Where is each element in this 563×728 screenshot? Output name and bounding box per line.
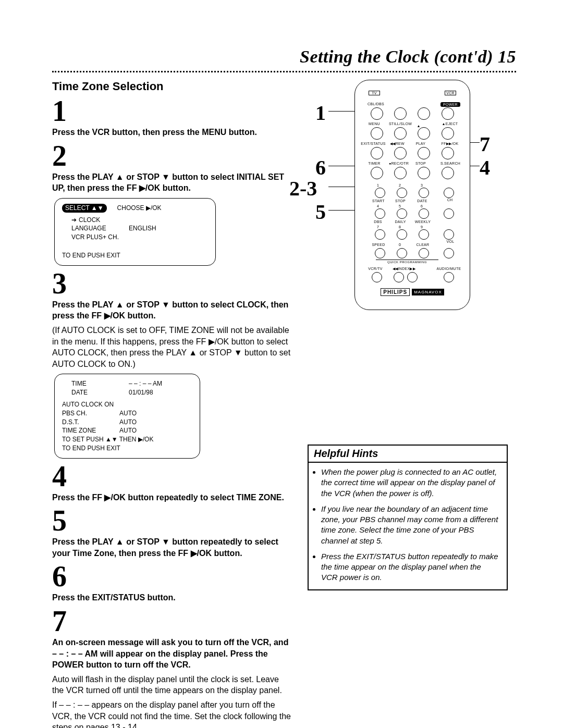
remote-eject-label: ▲EJECT bbox=[440, 122, 459, 126]
osd2-time-v: – – : – – AM bbox=[129, 379, 192, 388]
remote-stop-label: STOP bbox=[413, 162, 428, 165]
remote-button bbox=[418, 127, 430, 140]
remote-num-2 bbox=[397, 188, 407, 198]
osd1-lang-label: LANGUAGE bbox=[71, 224, 129, 233]
remote-tv-label: TV bbox=[369, 91, 380, 95]
remote-num-1 bbox=[375, 188, 385, 198]
remote-n4: 4 bbox=[377, 204, 379, 208]
right-column: 1 7 6 4 2-3 5 TV VCR CBL/DBS bbox=[308, 80, 516, 728]
remote-control: TV VCR CBL/DBS POWER MENU STILL/SLOW ▲ bbox=[354, 80, 470, 310]
remote-power-button bbox=[442, 107, 454, 120]
osd2-dst-l: D.S.T. bbox=[62, 418, 119, 427]
section-title: Time Zone Selection bbox=[52, 80, 292, 93]
remote-n6: 6 bbox=[421, 204, 423, 208]
remote-menu-label: MENU bbox=[366, 122, 382, 126]
remote-vol-label: VOL bbox=[444, 240, 457, 243]
step-7-number: 7 bbox=[52, 607, 292, 636]
remote-audiomute-button bbox=[444, 272, 454, 282]
step-6-number: 6 bbox=[52, 562, 292, 591]
remote-n5: 5 bbox=[399, 204, 401, 208]
osd2-date-v: 01/01/98 bbox=[129, 388, 192, 397]
callout-7: 7 bbox=[480, 132, 490, 156]
left-column: Time Zone Selection 1 Press the VCR butt… bbox=[52, 80, 292, 728]
remote-vcrtv-button bbox=[372, 272, 382, 282]
remote-weekly-label: WEEKLY bbox=[413, 220, 432, 224]
remote-date-label: DATE bbox=[415, 199, 429, 203]
osd2-auto: AUTO CLOCK ON bbox=[62, 400, 192, 409]
remote-speed-button bbox=[375, 248, 385, 258]
remote-clear-button bbox=[419, 248, 429, 258]
step-5-body: Press the PLAY ▲ or STOP ▼ button repeat… bbox=[52, 536, 292, 559]
remote-rew-button bbox=[394, 147, 407, 159]
remote-ch-up bbox=[444, 188, 454, 198]
remote-stopL-label: STOP bbox=[394, 199, 407, 203]
osd2-date-l: DATE bbox=[71, 388, 129, 397]
remote-ch-down bbox=[444, 208, 454, 219]
remote-n8: 8 bbox=[399, 225, 401, 229]
divider bbox=[52, 71, 516, 72]
remote-exit-label: EXIT/STATUS bbox=[360, 142, 386, 145]
remote-still-label: STILL/SLOW bbox=[387, 122, 413, 126]
remote-still-button bbox=[394, 127, 407, 140]
osd2-dst-v: AUTO bbox=[119, 418, 192, 427]
callout-1: 1 bbox=[315, 101, 326, 125]
osd2-tz-l: TIME ZONE bbox=[62, 426, 119, 435]
remote-brand: PHILIPSMAGNAVOX bbox=[355, 288, 470, 296]
remote-num-5 bbox=[397, 208, 407, 219]
osd2-end: TO END PUSH EXIT bbox=[62, 444, 192, 453]
remote-n7: 7 bbox=[377, 225, 379, 229]
remote-exit-button bbox=[371, 147, 383, 159]
remote-cbl-button bbox=[371, 107, 383, 120]
osd2-pbs-v: AUTO bbox=[119, 409, 192, 418]
remote-n3: 3 bbox=[421, 183, 423, 187]
remote-num-0 bbox=[397, 248, 407, 258]
remote-vol-down bbox=[444, 248, 454, 258]
osd2-time-l: TIME bbox=[71, 379, 129, 388]
brand-magnavox: MAGNAVOX bbox=[412, 289, 444, 295]
osd1-lang-value: ENGLISH bbox=[129, 224, 208, 233]
page: Setting the Clock (cont'd) 15 Time Zone … bbox=[0, 0, 563, 728]
osd1-clock: CLOCK bbox=[62, 216, 208, 225]
step-3-note: (If AUTO CLOCK is set to OFF, TIME ZONE … bbox=[52, 325, 292, 369]
osd1-footer: TO END PUSH EXIT bbox=[62, 251, 208, 260]
brand-philips: PHILIPS bbox=[381, 288, 410, 296]
remote-ssearch-label: S.SEARCH bbox=[438, 162, 462, 165]
remote-ffok-button bbox=[442, 147, 454, 159]
helpful-hints-list: When the power plug is connected to an A… bbox=[321, 467, 499, 583]
helpful-hints-box: Helpful Hints When the power plug is con… bbox=[308, 445, 508, 590]
remote-qp-label: QUICK PROGRAMMING bbox=[376, 260, 438, 264]
remote-daily-label: DAILY bbox=[393, 220, 408, 224]
remote-button bbox=[394, 107, 407, 120]
callout-4: 4 bbox=[480, 155, 490, 180]
remote-rec-button bbox=[394, 167, 407, 179]
lead-line bbox=[328, 210, 354, 211]
remote-n9: 9 bbox=[421, 225, 423, 229]
step-5-number: 5 bbox=[52, 506, 292, 535]
remote-vol-up bbox=[444, 229, 454, 240]
osd1-vcrplus: VCR PLUS+ CH. bbox=[62, 233, 208, 242]
remote-num-8 bbox=[397, 229, 407, 240]
remote-button bbox=[418, 107, 430, 120]
osd-initial-setup: SELECT ▲▼ CHOOSE ▶/OK CLOCK LANGUAGE ENG… bbox=[54, 198, 216, 266]
step-3-body: Press the PLAY ▲ or STOP ▼ button to sel… bbox=[52, 299, 292, 322]
remote-ch-label: CH bbox=[444, 198, 456, 202]
remote-body: TV VCR CBL/DBS POWER MENU STILL/SLOW ▲ bbox=[354, 80, 470, 310]
remote-num-7 bbox=[375, 229, 385, 240]
step-1-number: 1 bbox=[52, 96, 292, 126]
remote-num-3 bbox=[419, 188, 429, 198]
osd2-tz-v: AUTO bbox=[119, 426, 192, 435]
remote-rew-label: ◀◀REW bbox=[389, 142, 405, 146]
remote-timer-button bbox=[371, 167, 383, 179]
remote-cbl-label: CBL/DBS bbox=[365, 102, 386, 106]
step-7-note2: If – – : – – appears on the display pane… bbox=[52, 699, 292, 728]
hint-item: If you live near the boundary of an adja… bbox=[321, 504, 499, 546]
remote-start-label: START bbox=[371, 199, 386, 203]
remote-audiomute-label: AUDIO/MUTE bbox=[435, 267, 462, 270]
step-2-number: 2 bbox=[52, 141, 292, 170]
remote-ffok-label: FF▶▶/OK bbox=[438, 142, 461, 146]
osd-clock-menu: TIME– – : – – AM DATE01/01/98 AUTO CLOCK… bbox=[54, 374, 200, 458]
helpful-hints-title: Helpful Hints bbox=[309, 446, 507, 463]
step-4-number: 4 bbox=[52, 462, 292, 491]
remote-n2: 2 bbox=[399, 183, 401, 187]
remote-timer-label: TIMER bbox=[366, 162, 382, 165]
